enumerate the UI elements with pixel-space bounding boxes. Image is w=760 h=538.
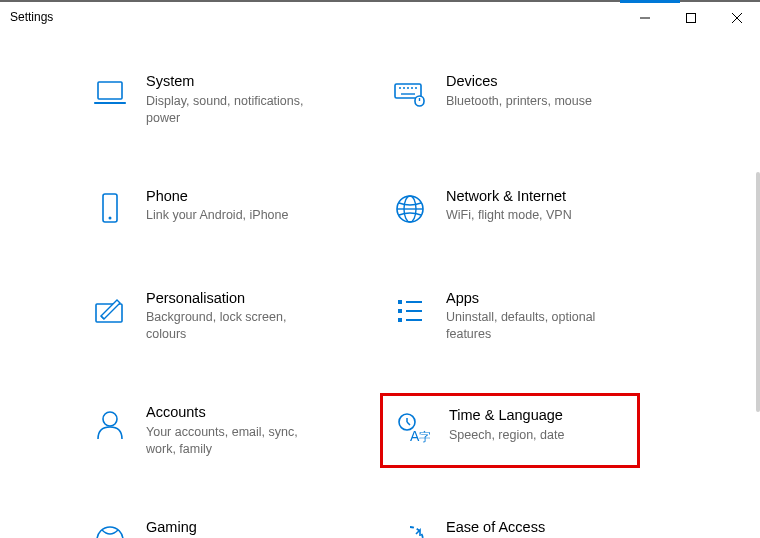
globe-icon	[390, 189, 430, 229]
svg-rect-25	[398, 318, 402, 322]
tile-system[interactable]: System Display, sound, notifications, po…	[80, 62, 340, 137]
svg-rect-4	[98, 82, 122, 99]
tile-apps[interactable]: Apps Uninstall, defaults, optional featu…	[380, 279, 640, 354]
svg-rect-21	[398, 300, 402, 304]
tile-desc: Speech, region, date	[449, 427, 564, 444]
tile-desc: Link your Android, iPhone	[146, 207, 288, 224]
time-language-icon: A字	[393, 408, 433, 448]
settings-grid: System Display, sound, notifications, po…	[80, 62, 680, 538]
svg-rect-1	[687, 14, 696, 23]
xbox-icon	[90, 520, 130, 538]
tile-title: Time & Language	[449, 406, 564, 425]
tile-personalisation[interactable]: Personalisation Background, lock screen,…	[80, 279, 340, 354]
accent-strip	[620, 0, 680, 3]
tile-gaming[interactable]: Gaming	[80, 508, 340, 538]
tile-title: Accounts	[146, 403, 330, 422]
tile-desc: Background, lock screen, colours	[146, 309, 330, 343]
tile-desc: WiFi, flight mode, VPN	[446, 207, 572, 224]
window-title: Settings	[0, 10, 622, 24]
tile-ease-of-access[interactable]: Ease of Access	[380, 508, 640, 538]
keyboard-icon	[390, 74, 430, 114]
window-controls	[622, 2, 760, 32]
tile-title: Phone	[146, 187, 288, 206]
tile-title: Gaming	[146, 518, 197, 537]
tile-desc: Your accounts, email, sync, work, family	[146, 424, 330, 458]
minimize-button[interactable]	[622, 2, 668, 34]
tile-phone[interactable]: Phone Link your Android, iPhone	[80, 177, 340, 239]
tile-title: System	[146, 72, 330, 91]
tile-network[interactable]: Network & Internet WiFi, flight mode, VP…	[380, 177, 640, 239]
tile-title: Network & Internet	[446, 187, 572, 206]
svg-rect-23	[398, 309, 402, 313]
tile-title: Personalisation	[146, 289, 330, 308]
settings-content: System Display, sound, notifications, po…	[0, 32, 760, 538]
close-button[interactable]	[714, 2, 760, 34]
pen-icon	[90, 291, 130, 331]
tile-title: Ease of Access	[446, 518, 545, 537]
tile-title: Apps	[446, 289, 630, 308]
tile-devices[interactable]: Devices Bluetooth, printers, mouse	[380, 62, 640, 137]
svg-point-33	[97, 527, 123, 538]
laptop-icon	[90, 74, 130, 114]
tile-title: Devices	[446, 72, 592, 91]
scrollbar[interactable]	[756, 172, 760, 412]
person-icon	[90, 405, 130, 445]
tile-desc: Bluetooth, printers, mouse	[446, 93, 592, 110]
phone-icon	[90, 189, 130, 229]
close-icon	[732, 13, 742, 23]
tile-time-language[interactable]: A字 Time & Language Speech, region, date	[380, 393, 640, 468]
maximize-icon	[686, 13, 696, 23]
tile-desc: Uninstall, defaults, optional features	[446, 309, 630, 343]
svg-line-30	[407, 422, 410, 425]
svg-text:字: 字	[419, 430, 430, 444]
maximize-button[interactable]	[668, 2, 714, 34]
minimize-icon	[640, 13, 650, 23]
list-icon	[390, 291, 430, 331]
ease-icon	[390, 520, 430, 538]
title-bar: Settings	[0, 0, 760, 32]
tile-accounts[interactable]: Accounts Your accounts, email, sync, wor…	[80, 393, 340, 468]
svg-point-15	[109, 216, 112, 219]
svg-point-27	[103, 412, 117, 426]
tile-desc: Display, sound, notifications, power	[146, 93, 330, 127]
